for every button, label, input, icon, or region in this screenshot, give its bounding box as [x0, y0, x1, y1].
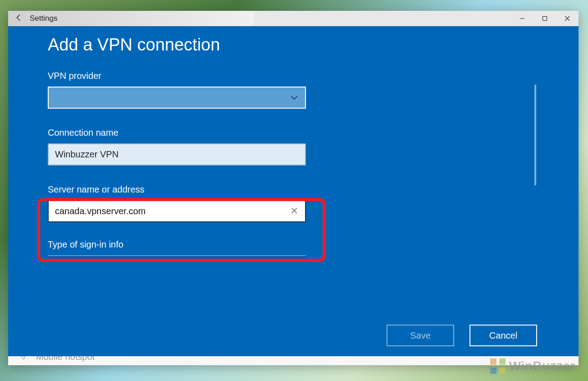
window-title: Settings — [30, 14, 57, 23]
dialog-buttons: Save Cancel — [387, 325, 537, 346]
cancel-button-label: Cancel — [489, 331, 517, 341]
panel-heading: Add a VPN connection — [48, 35, 309, 55]
server-address-input[interactable] — [55, 206, 289, 216]
field-server-address: Server name or address — [48, 184, 309, 222]
close-button[interactable] — [556, 11, 579, 26]
connection-name-label: Connection name — [48, 128, 309, 138]
field-vpn-provider: VPN provider — [48, 71, 309, 109]
settings-window: Settings Change adapter options Mobile h… — [8, 11, 579, 365]
titlebar: Settings — [8, 11, 579, 26]
minimize-button[interactable] — [511, 11, 533, 26]
server-address-input-wrap — [48, 200, 306, 222]
close-icon — [291, 207, 297, 214]
scrollbar[interactable] — [534, 85, 536, 185]
signin-type-label: Type of sign-in info — [48, 239, 309, 250]
vpn-provider-dropdown[interactable] — [48, 87, 306, 109]
watermark-text: WinBuzzer — [509, 359, 575, 373]
vpn-provider-label: VPN provider — [48, 71, 309, 81]
server-address-label: Server name or address — [48, 184, 309, 195]
watermark-logo-icon — [490, 358, 506, 374]
vpn-form: Add a VPN connection VPN provider Connec… — [48, 35, 309, 260]
save-button-label: Save — [410, 331, 431, 341]
watermark: WinBuzzer — [490, 358, 575, 374]
clear-input-button[interactable] — [289, 207, 300, 216]
vpn-panel: Add a VPN connection VPN provider Connec… — [8, 26, 579, 356]
field-connection-name: Connection name Winbuzzer VPN — [48, 128, 309, 165]
connection-name-value: Winbuzzer VPN — [55, 149, 119, 160]
signin-type-dropdown[interactable] — [48, 255, 306, 260]
svg-rect-1 — [543, 17, 547, 21]
maximize-button[interactable] — [533, 11, 556, 26]
back-button[interactable] — [8, 14, 30, 24]
window-controls — [511, 11, 579, 26]
cancel-button[interactable]: Cancel — [469, 325, 537, 346]
chevron-down-icon — [291, 96, 298, 100]
save-button: Save — [387, 325, 454, 346]
field-signin-type: Type of sign-in info — [48, 239, 309, 260]
connection-name-input[interactable]: Winbuzzer VPN — [48, 143, 306, 165]
